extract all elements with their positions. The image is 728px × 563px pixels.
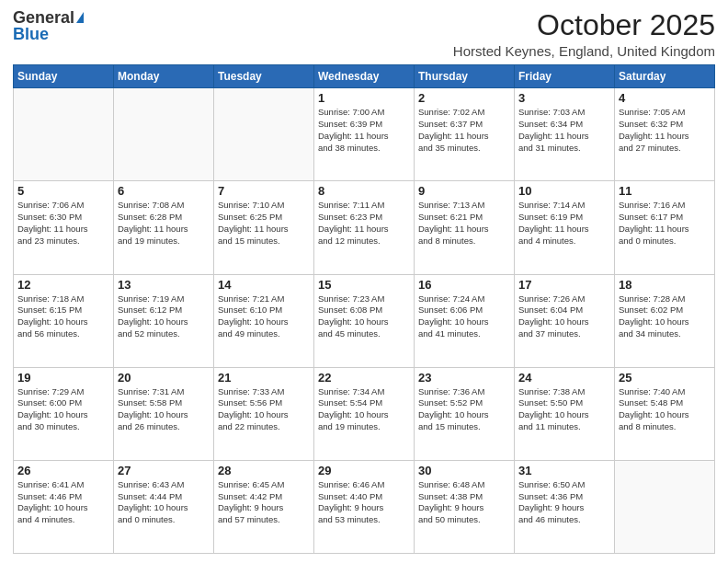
day-info: Sunrise: 6:46 AM Sunset: 4:40 PM Dayligh… — [318, 479, 410, 526]
calendar-cell-w4-d1: 20Sunrise: 7:31 AM Sunset: 5:58 PM Dayli… — [114, 367, 214, 460]
day-number: 15 — [318, 278, 410, 292]
header-friday: Friday — [515, 65, 615, 88]
calendar-cell-w4-d3: 22Sunrise: 7:34 AM Sunset: 5:54 PM Dayli… — [314, 367, 415, 460]
week-row-1: 1Sunrise: 7:00 AM Sunset: 6:39 PM Daylig… — [14, 88, 715, 181]
week-row-2: 5Sunrise: 7:06 AM Sunset: 6:30 PM Daylig… — [14, 181, 715, 274]
week-row-4: 19Sunrise: 7:29 AM Sunset: 6:00 PM Dayli… — [14, 367, 715, 460]
day-number: 11 — [619, 184, 711, 198]
header-sunday: Sunday — [14, 65, 114, 88]
calendar-cell-w2-d5: 10Sunrise: 7:14 AM Sunset: 6:19 PM Dayli… — [515, 181, 615, 274]
day-number: 7 — [218, 184, 310, 198]
calendar-cell-w4-d0: 19Sunrise: 7:29 AM Sunset: 6:00 PM Dayli… — [14, 367, 114, 460]
calendar-cell-w5-d5: 31Sunrise: 6:50 AM Sunset: 4:36 PM Dayli… — [515, 460, 615, 553]
calendar-cell-w3-d5: 17Sunrise: 7:26 AM Sunset: 6:04 PM Dayli… — [515, 274, 615, 367]
day-info: Sunrise: 7:11 AM Sunset: 6:23 PM Dayligh… — [318, 200, 410, 247]
calendar-cell-w4-d5: 24Sunrise: 7:38 AM Sunset: 5:50 PM Dayli… — [515, 367, 615, 460]
week-row-3: 12Sunrise: 7:18 AM Sunset: 6:15 PM Dayli… — [14, 274, 715, 367]
week-row-5: 26Sunrise: 6:41 AM Sunset: 4:46 PM Dayli… — [14, 460, 715, 553]
day-info: Sunrise: 7:02 AM Sunset: 6:37 PM Dayligh… — [418, 107, 510, 154]
calendar-cell-w1-d1 — [114, 88, 214, 181]
calendar-cell-w5-d6 — [615, 460, 715, 553]
calendar-cell-w5-d4: 30Sunrise: 6:48 AM Sunset: 4:38 PM Dayli… — [415, 460, 515, 553]
calendar-cell-w2-d4: 9Sunrise: 7:13 AM Sunset: 6:21 PM Daylig… — [415, 181, 515, 274]
day-info: Sunrise: 6:48 AM Sunset: 4:38 PM Dayligh… — [418, 479, 510, 526]
day-number: 21 — [218, 371, 310, 385]
calendar-cell-w3-d3: 15Sunrise: 7:23 AM Sunset: 6:08 PM Dayli… — [314, 274, 415, 367]
day-number: 29 — [318, 464, 410, 477]
day-number: 1 — [318, 91, 410, 105]
day-number: 24 — [518, 371, 610, 385]
day-info: Sunrise: 7:03 AM Sunset: 6:34 PM Dayligh… — [518, 107, 610, 154]
day-info: Sunrise: 7:08 AM Sunset: 6:28 PM Dayligh… — [118, 200, 210, 247]
day-number: 28 — [218, 464, 310, 477]
header-thursday: Thursday — [415, 65, 515, 88]
day-info: Sunrise: 7:28 AM Sunset: 6:02 PM Dayligh… — [619, 293, 711, 340]
day-number: 19 — [17, 371, 109, 385]
calendar-cell-w2-d6: 11Sunrise: 7:16 AM Sunset: 6:17 PM Dayli… — [615, 181, 715, 274]
day-info: Sunrise: 7:24 AM Sunset: 6:06 PM Dayligh… — [418, 293, 510, 340]
day-number: 16 — [418, 278, 510, 292]
calendar-table: Sunday Monday Tuesday Wednesday Thursday… — [13, 64, 715, 554]
day-info: Sunrise: 7:21 AM Sunset: 6:10 PM Dayligh… — [218, 293, 310, 340]
day-number: 23 — [418, 371, 510, 385]
day-info: Sunrise: 7:13 AM Sunset: 6:21 PM Dayligh… — [418, 200, 510, 247]
day-info: Sunrise: 7:14 AM Sunset: 6:19 PM Dayligh… — [518, 200, 610, 247]
calendar-cell-w1-d4: 2Sunrise: 7:02 AM Sunset: 6:37 PM Daylig… — [415, 88, 515, 181]
day-number: 5 — [17, 184, 109, 198]
day-info: Sunrise: 7:26 AM Sunset: 6:04 PM Dayligh… — [518, 293, 610, 340]
calendar-cell-w4-d4: 23Sunrise: 7:36 AM Sunset: 5:52 PM Dayli… — [415, 367, 515, 460]
logo-general-text: General — [13, 9, 74, 26]
calendar-cell-w1-d3: 1Sunrise: 7:00 AM Sunset: 6:39 PM Daylig… — [314, 88, 415, 181]
location-subtitle: Horsted Keynes, England, United Kingdom — [453, 43, 715, 59]
calendar-cell-w2-d3: 8Sunrise: 7:11 AM Sunset: 6:23 PM Daylig… — [314, 181, 415, 274]
day-number: 12 — [17, 278, 109, 292]
day-info: Sunrise: 6:45 AM Sunset: 4:42 PM Dayligh… — [218, 479, 310, 526]
day-number: 3 — [518, 91, 610, 105]
header-saturday: Saturday — [615, 65, 715, 88]
calendar-cell-w1-d0 — [14, 88, 114, 181]
day-number: 20 — [118, 371, 210, 385]
day-info: Sunrise: 6:50 AM Sunset: 4:36 PM Dayligh… — [518, 479, 610, 526]
calendar-cell-w3-d1: 13Sunrise: 7:19 AM Sunset: 6:12 PM Dayli… — [114, 274, 214, 367]
day-info: Sunrise: 7:40 AM Sunset: 5:48 PM Dayligh… — [619, 386, 711, 433]
day-info: Sunrise: 7:06 AM Sunset: 6:30 PM Dayligh… — [17, 200, 109, 247]
calendar-cell-w3-d2: 14Sunrise: 7:21 AM Sunset: 6:10 PM Dayli… — [214, 274, 314, 367]
calendar-cell-w3-d0: 12Sunrise: 7:18 AM Sunset: 6:15 PM Dayli… — [14, 274, 114, 367]
day-number: 22 — [318, 371, 410, 385]
day-info: Sunrise: 7:10 AM Sunset: 6:25 PM Dayligh… — [218, 200, 310, 247]
calendar-cell-w4-d2: 21Sunrise: 7:33 AM Sunset: 5:56 PM Dayli… — [214, 367, 314, 460]
calendar-cell-w5-d1: 27Sunrise: 6:43 AM Sunset: 4:44 PM Dayli… — [114, 460, 214, 553]
day-number: 25 — [619, 371, 711, 385]
calendar-cell-w1-d2 — [214, 88, 314, 181]
calendar-cell-w2-d1: 6Sunrise: 7:08 AM Sunset: 6:28 PM Daylig… — [114, 181, 214, 274]
day-number: 6 — [118, 184, 210, 198]
day-number: 10 — [518, 184, 610, 198]
day-number: 26 — [17, 464, 109, 477]
calendar-cell-w3-d6: 18Sunrise: 7:28 AM Sunset: 6:02 PM Dayli… — [615, 274, 715, 367]
calendar-cell-w5-d3: 29Sunrise: 6:46 AM Sunset: 4:40 PM Dayli… — [314, 460, 415, 553]
calendar-cell-w2-d2: 7Sunrise: 7:10 AM Sunset: 6:25 PM Daylig… — [214, 181, 314, 274]
day-info: Sunrise: 6:41 AM Sunset: 4:46 PM Dayligh… — [17, 479, 109, 526]
calendar-cell-w1-d5: 3Sunrise: 7:03 AM Sunset: 6:34 PM Daylig… — [515, 88, 615, 181]
day-number: 2 — [418, 91, 510, 105]
calendar-cell-w2-d0: 5Sunrise: 7:06 AM Sunset: 6:30 PM Daylig… — [14, 181, 114, 274]
day-number: 31 — [518, 464, 610, 477]
day-info: Sunrise: 7:38 AM Sunset: 5:50 PM Dayligh… — [518, 386, 610, 433]
day-info: Sunrise: 7:00 AM Sunset: 6:39 PM Dayligh… — [318, 107, 410, 154]
day-number: 14 — [218, 278, 310, 292]
day-info: Sunrise: 7:34 AM Sunset: 5:54 PM Dayligh… — [318, 386, 410, 433]
day-number: 17 — [518, 278, 610, 292]
day-info: Sunrise: 7:16 AM Sunset: 6:17 PM Dayligh… — [619, 200, 711, 247]
header: General Blue October 2025 Horsted Keynes… — [13, 9, 715, 59]
day-number: 27 — [118, 464, 210, 477]
day-info: Sunrise: 7:18 AM Sunset: 6:15 PM Dayligh… — [17, 293, 109, 340]
day-number: 18 — [619, 278, 711, 292]
page: General Blue October 2025 Horsted Keynes… — [0, 0, 728, 563]
calendar-cell-w5-d2: 28Sunrise: 6:45 AM Sunset: 4:42 PM Dayli… — [214, 460, 314, 553]
day-info: Sunrise: 7:36 AM Sunset: 5:52 PM Dayligh… — [418, 386, 510, 433]
calendar-cell-w1-d6: 4Sunrise: 7:05 AM Sunset: 6:32 PM Daylig… — [615, 88, 715, 181]
day-number: 9 — [418, 184, 510, 198]
day-info: Sunrise: 7:19 AM Sunset: 6:12 PM Dayligh… — [118, 293, 210, 340]
day-info: Sunrise: 7:23 AM Sunset: 6:08 PM Dayligh… — [318, 293, 410, 340]
day-info: Sunrise: 7:29 AM Sunset: 6:00 PM Dayligh… — [17, 386, 109, 433]
